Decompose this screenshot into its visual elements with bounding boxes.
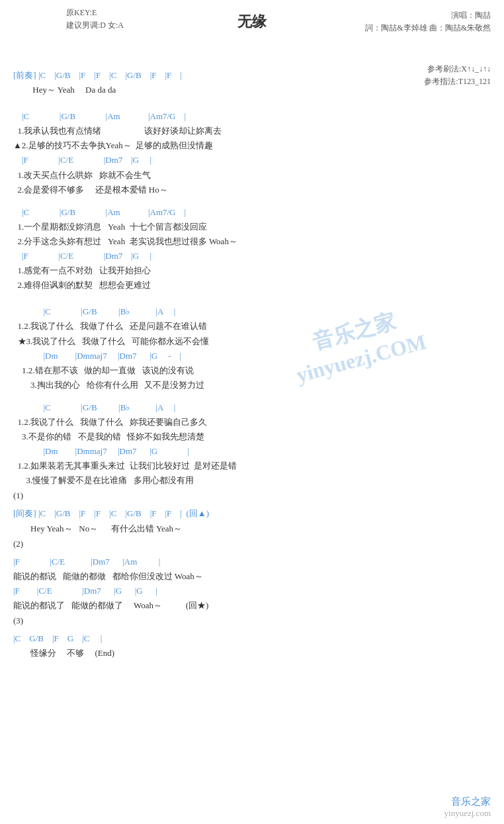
section-v1b: |C |G/B |Am |Am7/G | 1.一个星期都没妳消息 Yeah 十七… bbox=[13, 205, 491, 293]
footer-url: yinyuezj.com bbox=[444, 808, 491, 818]
section-prelude: [前奏] |C |G/B |F |F |C |G/B |F |F | Hey～ … bbox=[13, 68, 491, 97]
marker-3: (3) bbox=[13, 616, 491, 626]
marker-2: (2) bbox=[13, 539, 491, 549]
section-bridge: |F |C/E |Dm7 |Am | 能说的都说 能做的都做 都给你但没改过 W… bbox=[13, 555, 491, 613]
ref-strum: 参考刷法:X↑↓_↓↑↓ 参考指法:T123_121 bbox=[424, 63, 491, 88]
section-v1a: |C |G/B |Am |Am7/G | 1.我承认我也有点情绪 该好好谈却让妳… bbox=[13, 109, 491, 197]
section-chorus1: |C |G/B |B♭ |A | 1.2.我说了什么 我做了什么 还是问题不在谁… bbox=[13, 304, 491, 392]
section-chorus2: |C |G/B |B♭ |A | 1.2.我说了什么 我做了什么 妳我还要骗自己… bbox=[13, 400, 491, 488]
chord-prelude: [前奏] |C |G/B |F |F |C |G/B |F |F | bbox=[13, 68, 491, 83]
footer-logo: 音乐之家 bbox=[451, 796, 491, 807]
footer: 音乐之家 yinyuezj.com bbox=[444, 796, 491, 819]
meta-left: 原KEY:E 建议男调:D 女:A bbox=[66, 7, 124, 32]
section-outro: |C G/B |F G |C | 怪缘分 不够 (End) bbox=[13, 631, 491, 661]
marker-1: (1) bbox=[13, 490, 491, 501]
lyric-prelude: Hey～ Yeah Da da da bbox=[13, 83, 491, 97]
section-interlude: [间奏] |C |G/B |F |F |C |G/B |F |F | (回▲) … bbox=[13, 506, 491, 535]
meta-right: 演唱：陶喆 詞：陶喆&李焯雄 曲：陶喆&朱敬然 bbox=[365, 9, 491, 34]
